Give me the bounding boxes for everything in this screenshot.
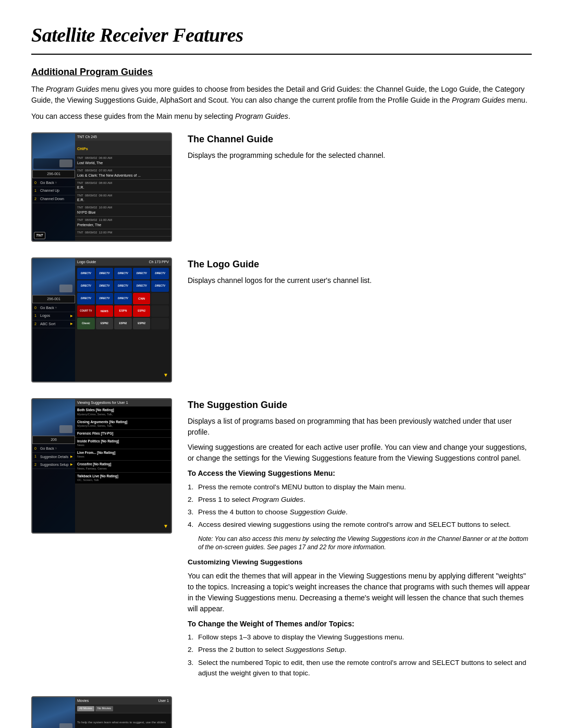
channel-guide-title: The Channel Guide: [188, 132, 532, 146]
access-note: Note: You can also access this menu by s…: [188, 535, 532, 552]
access-steps: Press the remote control's MENU button t…: [188, 482, 532, 530]
weight-steps: Follow steps 1–3 above to display the Vi…: [188, 632, 532, 678]
channel-guide-screen: 296-001 0Go Back? 1Channel Up 2Channel D…: [31, 132, 172, 242]
weight-screen: 206 0Go Back? 1Learning Mode▶ 2Movies▶ 3…: [31, 696, 172, 728]
channel-guide-content: The Channel Guide Displays the programmi…: [188, 132, 532, 165]
suggestion-guide-desc2: Viewing suggestions are created for each…: [188, 442, 532, 464]
section-title: Additional Program Guides: [31, 65, 532, 79]
access-step-1: Press the remote control's MENU button t…: [188, 482, 532, 492]
logo-guide-description: Displays channel logos for the current u…: [188, 275, 532, 286]
weight-step-1: Follow steps 1–3 above to display the Vi…: [188, 632, 532, 643]
access-step-2: Press 1 to select Program Guides.: [188, 495, 532, 505]
page-title: Satellite Receiver Features: [31, 21, 532, 55]
intro-paragraph: The Program Guides menu gives you more g…: [31, 84, 532, 106]
content-grid: 296-001 0Go Back? 1Channel Up 2Channel D…: [31, 132, 532, 728]
suggestion-guide-screen: 206 0Go Back? 1Suggestion Details▶ 2Sugg…: [31, 398, 172, 534]
access-step-4: Access desired viewing suggestions using…: [188, 520, 532, 530]
suggestion-guide-desc1: Displays a list of programs based on pro…: [188, 416, 532, 438]
weight-subtitle: To Change the Weight of Themes and/or To…: [188, 619, 532, 629]
weight-step-3: Select the numbered Topic to edit, then …: [188, 658, 532, 679]
suggestion-guide-content: The Suggestion Guide Displays a list of …: [188, 398, 532, 681]
suggestion-guide-title: The Suggestion Guide: [188, 398, 532, 412]
weight-screen-row: 206 0Go Back? 1Learning Mode▶ 2Movies▶ 3…: [31, 696, 532, 728]
weight-step-2: Press the 2 button to select Suggestions…: [188, 645, 532, 655]
customize-subtitle: Customizing Viewing Suggestions: [188, 557, 532, 567]
access-subtitle: To Access the Viewing Suggestions Menu:: [188, 468, 532, 478]
customize-desc: You can edit the themes that will appear…: [188, 571, 532, 614]
channel-guide-description: Displays the programming schedule for th…: [188, 150, 532, 161]
suggestion-guide-row: 206 0Go Back? 1Suggestion Details▶ 2Sugg…: [31, 398, 532, 681]
logo-guide-title: The Logo Guide: [188, 257, 532, 271]
logo-guide-content: The Logo Guide Displays channel logos fo…: [188, 257, 532, 290]
logo-guide-screen: 296-001 0Go Back? 1Logos▶ 2ABC Sort▶ Log…: [31, 257, 172, 382]
channel-guide-row: 296-001 0Go Back? 1Channel Up 2Channel D…: [31, 132, 532, 242]
logo-guide-row: 296-001 0Go Back? 1Logos▶ 2ABC Sort▶ Log…: [31, 257, 532, 382]
access-step-3: Press the 4 button to choose Suggestion …: [188, 507, 532, 517]
access-paragraph: You can access these guides from the Mai…: [31, 111, 532, 122]
